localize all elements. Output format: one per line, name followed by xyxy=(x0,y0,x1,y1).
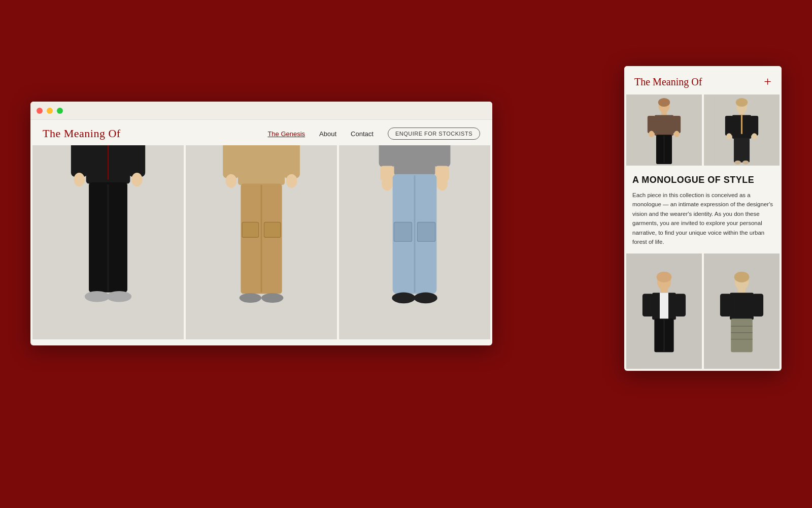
model-figure-2 xyxy=(186,145,337,339)
mobile-model-2 xyxy=(704,94,780,166)
svg-rect-26 xyxy=(264,223,281,238)
svg-rect-84 xyxy=(730,293,754,320)
svg-rect-62 xyxy=(725,116,733,136)
svg-point-53 xyxy=(649,131,654,137)
browser-chrome xyxy=(30,102,492,120)
right-mobile-panel: The Meaning Of + xyxy=(624,66,782,371)
nav-about[interactable]: About xyxy=(319,130,336,138)
svg-point-82 xyxy=(734,272,750,282)
nav-contact[interactable]: Contact xyxy=(351,130,374,138)
svg-point-27 xyxy=(240,293,261,303)
svg-rect-5 xyxy=(71,145,88,177)
site-header: The Meaning Of The Genesis About Contact… xyxy=(30,120,492,145)
model-panel-2 xyxy=(186,145,337,339)
svg-rect-34 xyxy=(379,145,396,167)
site-content: The Meaning Of The Genesis About Contact… xyxy=(30,120,492,345)
nav-genesis[interactable]: The Genesis xyxy=(267,130,305,138)
mobile-logo[interactable]: The Meaning Of xyxy=(634,76,702,88)
mobile-model-3 xyxy=(626,253,702,369)
svg-rect-51 xyxy=(648,116,656,133)
mobile-body: Each piece in this collection is conceiv… xyxy=(632,190,773,246)
svg-rect-43 xyxy=(417,223,435,242)
svg-rect-77 xyxy=(660,293,668,320)
mobile-model-1 xyxy=(626,94,702,166)
enquire-button[interactable]: ENQUIRE FOR STOCKISTS xyxy=(388,128,480,140)
model-image-grid xyxy=(30,145,492,341)
mobile-figure-4 xyxy=(704,253,780,369)
svg-point-8 xyxy=(131,173,143,186)
svg-rect-42 xyxy=(394,223,412,242)
svg-point-59 xyxy=(736,98,748,107)
svg-rect-19 xyxy=(223,145,240,178)
svg-rect-86 xyxy=(753,294,763,317)
svg-rect-75 xyxy=(642,294,653,317)
svg-point-54 xyxy=(674,131,680,137)
svg-rect-63 xyxy=(751,116,759,136)
svg-rect-50 xyxy=(655,115,673,135)
svg-point-69 xyxy=(742,161,749,165)
model-figure-1 xyxy=(32,145,184,339)
svg-rect-35 xyxy=(434,145,451,167)
mobile-figure-1 xyxy=(626,94,702,166)
mobile-image-grid-bottom xyxy=(624,253,782,371)
svg-rect-33 xyxy=(394,145,435,176)
chrome-expand-dot[interactable] xyxy=(57,108,63,114)
mobile-figure-3 xyxy=(626,253,702,369)
svg-point-38 xyxy=(382,177,393,190)
mobile-image-grid-top xyxy=(624,94,782,166)
site-nav: The Genesis About Contact ENQUIRE FOR ST… xyxy=(267,128,480,140)
svg-point-44 xyxy=(392,293,415,304)
svg-rect-52 xyxy=(673,116,681,133)
model-figure-3 xyxy=(339,145,490,339)
svg-point-11 xyxy=(85,291,110,302)
svg-point-68 xyxy=(735,161,741,165)
model-panel-3 xyxy=(339,145,490,339)
mobile-header: The Meaning Of + xyxy=(624,66,782,94)
svg-point-45 xyxy=(414,293,437,304)
svg-rect-6 xyxy=(129,145,146,177)
svg-point-21 xyxy=(226,174,237,188)
svg-point-28 xyxy=(261,293,283,303)
model-panel-1 xyxy=(32,145,184,339)
mobile-text-section: A MONOLOGUE OF STYLE Each piece in this … xyxy=(624,166,782,253)
svg-point-12 xyxy=(107,291,131,302)
svg-rect-66 xyxy=(734,138,750,163)
svg-point-64 xyxy=(726,133,732,139)
site-logo[interactable]: The Meaning Of xyxy=(43,127,121,140)
mobile-figure-2 xyxy=(704,94,780,166)
svg-point-65 xyxy=(752,133,757,139)
chrome-minimize-dot[interactable] xyxy=(47,108,53,114)
mobile-heading: A MONOLOGUE OF STYLE xyxy=(632,175,773,185)
mobile-menu-icon[interactable]: + xyxy=(764,75,771,88)
mobile-model-4 xyxy=(704,253,780,369)
svg-rect-76 xyxy=(675,294,686,317)
svg-rect-85 xyxy=(720,294,731,317)
svg-rect-18 xyxy=(238,145,285,185)
svg-point-72 xyxy=(657,272,672,282)
svg-rect-87 xyxy=(731,319,753,353)
svg-point-22 xyxy=(286,174,297,188)
svg-point-48 xyxy=(658,98,670,107)
svg-rect-67 xyxy=(741,115,742,134)
left-browser-window: The Meaning Of The Genesis About Contact… xyxy=(30,102,492,345)
chrome-close-dot[interactable] xyxy=(37,108,43,114)
svg-point-39 xyxy=(436,177,448,190)
svg-point-7 xyxy=(74,173,85,186)
svg-rect-20 xyxy=(283,145,300,178)
svg-rect-25 xyxy=(242,223,259,238)
